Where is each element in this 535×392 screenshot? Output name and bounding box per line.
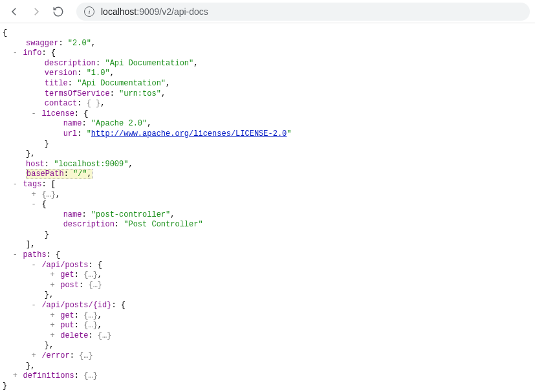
json-row-tag-desc: description: "Post Controller": [3, 220, 532, 230]
collapse-toggle[interactable]: -: [30, 109, 37, 120]
forward-button[interactable]: [27, 3, 45, 21]
json-row-info-tos: termsOfService: "urn:tos",: [3, 89, 532, 100]
json-row-path2-get: + get: {…},: [3, 311, 532, 321]
json-row-basepath: basePath: "/",: [3, 169, 532, 180]
expand-toggle[interactable]: +: [49, 311, 56, 321]
license-url-link[interactable]: http://www.apache.org/licenses/LICENSE-2…: [91, 129, 287, 138]
json-row-license-url: url: "http://www.apache.org/licenses/LIC…: [3, 129, 532, 140]
json-row-path1-post: + post: {…}: [3, 281, 532, 291]
json-row-info-contact: contact: { },: [3, 99, 532, 109]
expand-toggle[interactable]: +: [49, 281, 56, 291]
json-row-info-title: title: "Api Documentation",: [3, 79, 532, 89]
json-row-tags-open: - {: [3, 200, 532, 210]
browser-toolbar: i localhost:9009/v2/api-docs: [0, 0, 535, 23]
json-row-tag-name: name: "post-controller",: [3, 210, 532, 221]
expand-toggle[interactable]: +: [12, 371, 18, 382]
url-text: localhost:9009/v2/api-docs: [101, 6, 208, 17]
json-row-license-name: name: "Apache 2.0",: [3, 119, 532, 129]
arrow-right-icon: [30, 6, 42, 17]
reload-button[interactable]: [49, 3, 67, 21]
json-row-path1: - /api/posts: {: [3, 261, 532, 271]
collapse-toggle[interactable]: -: [12, 49, 18, 59]
json-row-info-description: description: "Api Documentation",: [3, 59, 532, 69]
json-row-info-version: version: "1.0",: [3, 69, 532, 79]
expand-toggle[interactable]: +: [30, 351, 37, 362]
json-row-close: },: [3, 290, 532, 301]
json-row-swagger: swagger: "2.0",: [3, 39, 532, 49]
arrow-left-icon: [8, 6, 20, 17]
url-bar[interactable]: i localhost:9009/v2/api-docs: [76, 3, 530, 21]
json-row-license: - license: {: [3, 109, 532, 120]
json-close-brace: }: [3, 382, 532, 392]
json-row-path2-delete: + delete: {…}: [3, 331, 532, 342]
json-row-path1-get: + get: {…},: [3, 270, 532, 281]
expand-toggle[interactable]: +: [49, 270, 56, 281]
json-row-close: ],: [3, 240, 532, 250]
json-row-path2-put: + put: {…},: [3, 321, 532, 331]
info-icon: i: [84, 6, 94, 17]
json-row-definitions: + definitions: {…}: [3, 371, 532, 382]
json-row-path2: - /api/posts/{id}: {: [3, 301, 532, 311]
json-row-info: - info: {: [3, 49, 532, 59]
json-row-tags-collapsed: + {…},: [3, 190, 532, 201]
json-row-close: },: [3, 149, 532, 160]
collapse-toggle[interactable]: -: [12, 180, 18, 190]
json-row-close: }: [3, 140, 532, 150]
expand-toggle[interactable]: +: [49, 331, 56, 342]
json-row-path3: + /error: {…}: [3, 351, 532, 362]
json-row-close: }: [3, 230, 532, 241]
json-open-brace: {: [3, 28, 532, 39]
json-row-paths: - paths: {: [3, 250, 532, 261]
json-row-close: },: [3, 341, 532, 351]
collapse-toggle[interactable]: -: [30, 200, 37, 210]
json-viewer: { swagger: "2.0", - info: { description:…: [0, 23, 535, 392]
expand-toggle[interactable]: +: [49, 321, 56, 331]
expand-toggle[interactable]: +: [30, 190, 37, 201]
collapse-toggle[interactable]: -: [30, 301, 37, 311]
json-row-close: },: [3, 362, 532, 372]
back-button[interactable]: [5, 3, 23, 21]
json-row-tags: - tags: [: [3, 180, 532, 190]
collapse-toggle[interactable]: -: [30, 261, 37, 271]
json-row-host: host: "localhost:9009",: [3, 160, 532, 170]
reload-icon: [52, 6, 64, 17]
collapse-toggle[interactable]: -: [12, 250, 18, 261]
